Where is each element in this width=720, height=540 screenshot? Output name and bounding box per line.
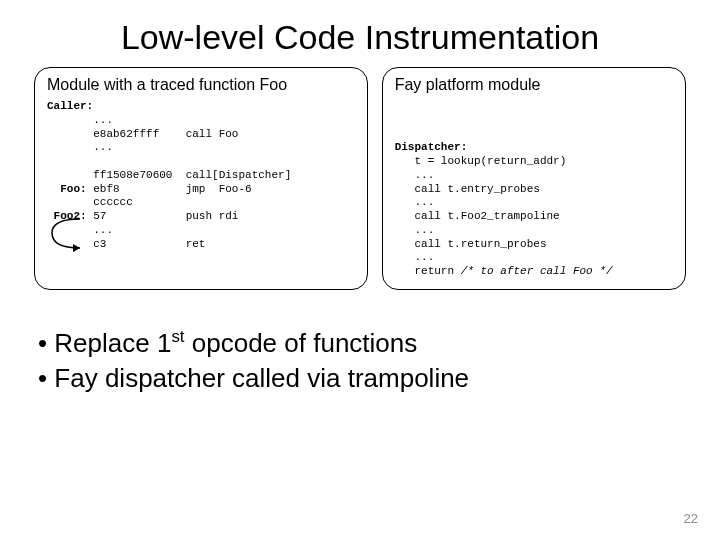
left-panel: Module with a traced function Foo Caller…	[34, 67, 368, 290]
left-panel-title: Module with a traced function Foo	[47, 76, 355, 94]
caller-hex: e8ab62ffff	[93, 128, 159, 140]
foo2-dots: ...	[93, 224, 113, 236]
dispatcher-label: Dispatcher:	[395, 141, 468, 153]
foo-l2-hex: ebf8	[93, 183, 119, 195]
caller-dots2: ...	[93, 141, 113, 153]
disp-l2: ...	[414, 169, 434, 181]
disp-l9b: /* to after call Foo */	[461, 265, 613, 277]
foo2-l1-hex: 57	[93, 210, 106, 222]
slide-title: Low-level Code Instrumentation	[0, 18, 720, 57]
foo-label: Foo:	[60, 183, 86, 195]
foo2-label: Foo2:	[54, 210, 87, 222]
bullet1-sup: st	[171, 327, 184, 346]
foo2-l1-instr: push rdi	[186, 210, 239, 222]
disp-l4: ...	[414, 196, 434, 208]
bullet1-a: • Replace 1	[38, 328, 171, 358]
disp-l7: call t.return_probes	[414, 238, 546, 250]
right-panel-title: Fay platform module	[395, 76, 673, 94]
caller-label: Caller:	[47, 100, 93, 112]
disp-l1: t = lookup(return_addr)	[414, 155, 566, 167]
foo-l1-instr: call[Dispatcher]	[186, 169, 292, 181]
disp-l9a: return	[414, 265, 454, 277]
disp-l5: call t.Foo2_trampoline	[414, 210, 559, 222]
caller-instr: call Foo	[186, 128, 239, 140]
caller-dots1: ...	[93, 114, 113, 126]
foo-l1-hex: ff1508e70600	[93, 169, 172, 181]
foo2-l3-instr: ret	[186, 238, 206, 250]
bullet1-b: opcode of functions	[185, 328, 418, 358]
bullets: • Replace 1st opcode of functions • Fay …	[0, 326, 720, 396]
bullet-2: • Fay dispatcher called via trampoline	[38, 361, 682, 396]
foo2-l3-hex: c3	[93, 238, 106, 250]
caller-block: Caller: ... e8ab62ffff call Foo ... ff15…	[47, 100, 355, 251]
foo-l3-hex: cccccc	[93, 196, 133, 208]
bullet-1: • Replace 1st opcode of functions	[38, 326, 682, 361]
page-number: 22	[684, 511, 698, 526]
panels-row: Module with a traced function Foo Caller…	[0, 67, 720, 290]
foo-l2-instr: jmp Foo-6	[186, 183, 252, 195]
disp-l6: ...	[414, 224, 434, 236]
disp-l8: ...	[414, 251, 434, 263]
right-panel: Fay platform module Dispatcher: t = look…	[382, 67, 686, 290]
dispatcher-block: Dispatcher: t = lookup(return_addr) ... …	[395, 100, 673, 279]
disp-l3: call t.entry_probes	[414, 183, 539, 195]
